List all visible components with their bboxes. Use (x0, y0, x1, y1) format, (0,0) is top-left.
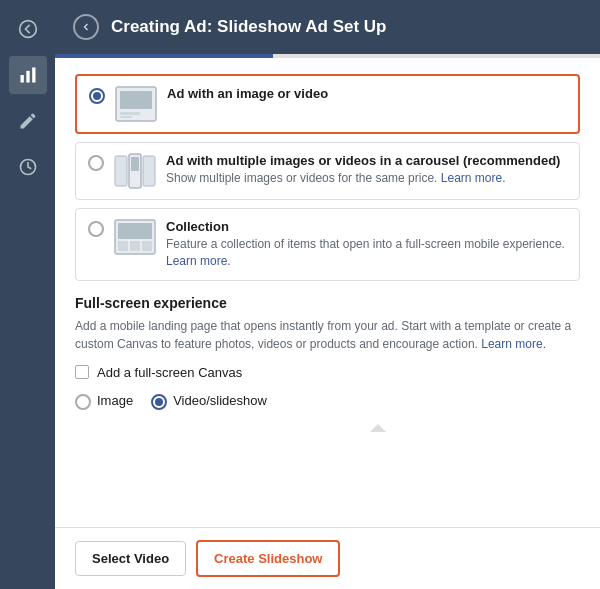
svg-rect-7 (120, 112, 140, 115)
media-type-radio-row: Image Video/slideshow (75, 392, 580, 410)
main-panel: Creating Ad: Slideshow Ad Set Up Ad with… (55, 0, 600, 589)
svg-rect-9 (115, 156, 127, 186)
svg-point-0 (19, 21, 36, 38)
create-slideshow-button[interactable]: Create Slideshow (196, 540, 340, 577)
collection-format-text: Collection Feature a collection of items… (166, 219, 567, 270)
collection-format-title: Collection (166, 219, 567, 234)
page-title: Creating Ad: Slideshow Ad Set Up (111, 17, 386, 37)
collection-format-desc: Feature a collection of items that open … (166, 236, 567, 270)
sidebar (0, 0, 55, 589)
radio-video-item[interactable]: Video/slideshow (151, 392, 267, 410)
back-nav-icon[interactable] (9, 10, 47, 48)
canvas-checkbox[interactable] (75, 365, 89, 379)
radio-single-dot (93, 92, 101, 100)
buttons-footer: Select Video Create Slideshow (55, 527, 600, 589)
ad-format-single[interactable]: Ad with an image or video (75, 74, 580, 134)
svg-rect-8 (120, 116, 132, 118)
select-video-button[interactable]: Select Video (75, 541, 186, 576)
full-screen-section-title: Full-screen experience (75, 295, 580, 311)
svg-rect-11 (131, 157, 139, 171)
collection-format-icon (114, 219, 156, 255)
radio-image-item[interactable]: Image (75, 392, 133, 410)
clock-icon[interactable] (9, 148, 47, 186)
radio-video-label: Video/slideshow (173, 393, 267, 408)
carousel-learn-more-link[interactable]: Learn more. (441, 171, 506, 185)
svg-rect-15 (118, 241, 128, 251)
svg-rect-6 (120, 91, 152, 109)
ad-format-collection[interactable]: Collection Feature a collection of items… (75, 208, 580, 281)
carousel-format-title: Ad with multiple images or videos in a c… (166, 153, 567, 168)
caret-up-icon (370, 424, 386, 432)
carousel-format-desc: Show multiple images or videos for the s… (166, 170, 567, 187)
chart-icon[interactable] (9, 56, 47, 94)
svg-rect-3 (32, 68, 35, 83)
ad-format-carousel[interactable]: Ad with multiple images or videos in a c… (75, 142, 580, 200)
radio-collection[interactable] (88, 221, 104, 237)
single-format-icon (115, 86, 157, 122)
canvas-checkbox-label: Add a full-screen Canvas (97, 365, 242, 380)
svg-rect-16 (130, 241, 140, 251)
svg-rect-1 (20, 75, 23, 83)
radio-video-dot (155, 398, 163, 406)
single-format-title: Ad with an image or video (167, 86, 566, 101)
svg-rect-12 (143, 156, 155, 186)
page-header: Creating Ad: Slideshow Ad Set Up (55, 0, 600, 54)
collection-learn-more-link[interactable]: Learn more. (166, 254, 231, 268)
content-area: Ad with an image or video Ad with multip… (55, 58, 600, 527)
single-format-text: Ad with an image or video (167, 86, 566, 103)
full-screen-learn-more-link[interactable]: Learn more. (481, 337, 546, 351)
svg-rect-2 (26, 71, 29, 83)
carousel-format-text: Ad with multiple images or videos in a c… (166, 153, 567, 187)
radio-single[interactable] (89, 88, 105, 104)
canvas-checkbox-row[interactable]: Add a full-screen Canvas (75, 365, 580, 380)
edit-icon[interactable] (9, 102, 47, 140)
svg-rect-14 (118, 223, 152, 239)
radio-carousel[interactable] (88, 155, 104, 171)
radio-image-label: Image (97, 393, 133, 408)
radio-image[interactable] (75, 394, 91, 410)
full-screen-desc: Add a mobile landing page that opens ins… (75, 317, 580, 353)
carousel-format-icon (114, 153, 156, 189)
caret-indicator-row (75, 424, 580, 432)
svg-rect-17 (142, 241, 152, 251)
radio-video[interactable] (151, 394, 167, 410)
header-back-button[interactable] (73, 14, 99, 40)
